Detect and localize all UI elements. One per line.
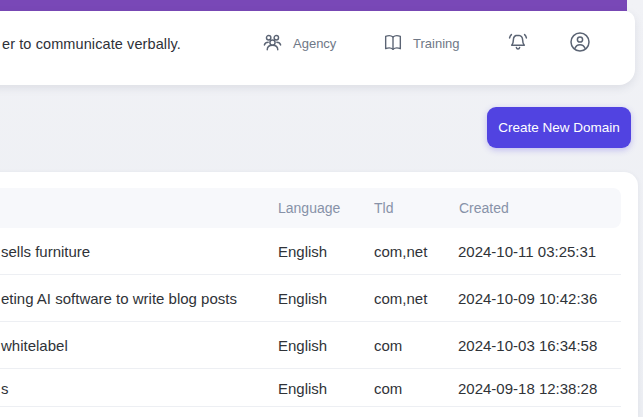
- account-button[interactable]: [568, 30, 592, 54]
- agency-group-icon: [261, 32, 284, 55]
- column-header-language: Language: [278, 188, 340, 228]
- account-icon: [568, 30, 592, 54]
- cell-created: 2024-10-11 03:25:31: [458, 243, 596, 260]
- table-row[interactable]: eting AI software to write blog posts En…: [0, 275, 621, 322]
- column-header-created: Created: [459, 188, 509, 228]
- nav-item-training[interactable]: Training: [382, 30, 459, 56]
- nav-agency-label: Agency: [293, 36, 336, 51]
- top-accent-bar: [0, 0, 627, 11]
- table-body: sells furniture English com,net 2024-10-…: [0, 228, 621, 407]
- nav-item-agency[interactable]: Agency: [261, 30, 336, 56]
- table-row[interactable]: s English com 2024-09-18 12:38:28: [0, 369, 621, 407]
- cell-created: 2024-10-09 10:42:36: [458, 290, 597, 307]
- cell-tld: com: [374, 337, 402, 354]
- column-header-tld: Tld: [374, 188, 393, 228]
- cell-name: sells furniture: [1, 243, 90, 260]
- cell-language: English: [278, 337, 327, 354]
- header-message: er to communicate verbally.: [2, 36, 181, 52]
- nav-training-label: Training: [413, 36, 459, 51]
- training-book-icon: [382, 32, 404, 54]
- bell-icon: [506, 30, 530, 54]
- cell-tld: com: [374, 379, 402, 396]
- create-new-domain-button[interactable]: Create New Domain: [487, 107, 631, 148]
- cell-language: English: [278, 243, 327, 260]
- table-row[interactable]: sells furniture English com,net 2024-10-…: [0, 228, 621, 275]
- table-header-row: Language Tld Created: [0, 188, 621, 228]
- notifications-button[interactable]: [506, 30, 530, 54]
- cell-tld: com,net: [374, 290, 427, 307]
- cell-language: English: [278, 379, 327, 396]
- cell-created: 2024-10-03 16:34:58: [458, 337, 597, 354]
- cell-name: s: [1, 379, 9, 396]
- cell-name: eting AI software to write blog posts: [1, 290, 237, 307]
- cell-created: 2024-09-18 12:38:28: [458, 379, 597, 396]
- domains-table: Language Tld Created sells furniture Eng…: [0, 188, 621, 407]
- cell-tld: com,net: [374, 243, 427, 260]
- table-row[interactable]: whitelabel English com 2024-10-03 16:34:…: [0, 322, 621, 369]
- cell-name: whitelabel: [1, 337, 68, 354]
- cell-language: English: [278, 290, 327, 307]
- app-screen: { "colors": { "top_bar": "#7948b7", "pri…: [0, 0, 643, 417]
